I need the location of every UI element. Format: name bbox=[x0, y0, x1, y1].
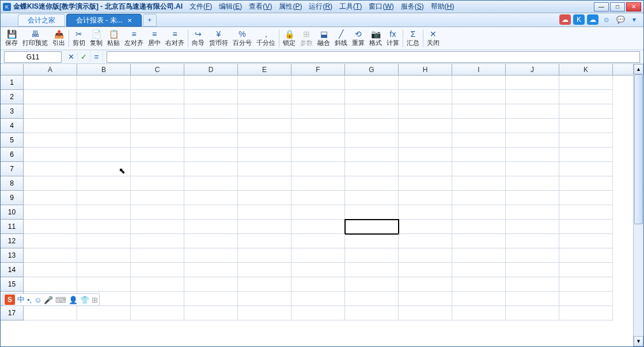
menu-p[interactable]: 属性(P) bbox=[275, 1, 305, 13]
minimize-button[interactable]: — bbox=[594, 2, 609, 12]
col-header-H[interactable]: H bbox=[399, 64, 452, 75]
cell-D8[interactable] bbox=[184, 176, 238, 191]
cell-G1[interactable] bbox=[345, 76, 399, 90]
ime-btn-7[interactable]: ⊞ bbox=[92, 296, 98, 304]
tab-home[interactable]: 会计之家 bbox=[18, 14, 65, 27]
cell-C6[interactable] bbox=[131, 148, 184, 162]
cell-A17[interactable] bbox=[24, 306, 77, 320]
new-tab-button[interactable]: + bbox=[143, 14, 157, 27]
cell-H1[interactable] bbox=[399, 76, 452, 90]
cell-F9[interactable] bbox=[291, 191, 345, 205]
formula-cancel-button[interactable]: ✕ bbox=[65, 51, 78, 63]
cell-F15[interactable] bbox=[291, 277, 345, 292]
tb-paste[interactable]: 📋粘贴 bbox=[105, 27, 122, 50]
cell-F3[interactable] bbox=[291, 104, 345, 119]
cell-B4[interactable] bbox=[77, 119, 131, 133]
cell-C10[interactable] bbox=[131, 205, 184, 220]
tb-align-center[interactable]: ≡居中 bbox=[146, 27, 163, 50]
cell-F5[interactable] bbox=[291, 133, 345, 148]
cell-B9[interactable] bbox=[77, 191, 131, 205]
tb-copy[interactable]: 📄复制 bbox=[88, 27, 105, 50]
cell-G8[interactable] bbox=[345, 176, 399, 191]
menu-w[interactable]: 窗口(W) bbox=[365, 1, 397, 13]
cell-J14[interactable] bbox=[506, 263, 559, 277]
cell-J2[interactable] bbox=[506, 90, 559, 104]
cell-B3[interactable] bbox=[77, 104, 131, 119]
cell-E4[interactable] bbox=[238, 119, 291, 133]
ime-btn-4[interactable]: ⌨ bbox=[55, 296, 66, 304]
cell-K10[interactable] bbox=[559, 205, 613, 220]
cell-G13[interactable] bbox=[345, 248, 399, 263]
cell-D15[interactable] bbox=[184, 277, 238, 292]
tb-align-left[interactable]: ≡左对齐 bbox=[122, 27, 146, 50]
cell-H4[interactable] bbox=[399, 119, 452, 133]
cell-A9[interactable] bbox=[24, 191, 77, 205]
cell-K2[interactable] bbox=[559, 90, 613, 104]
row-header-3[interactable]: 3 bbox=[1, 104, 24, 119]
cell-I8[interactable] bbox=[452, 176, 506, 191]
cell-E16[interactable] bbox=[238, 292, 291, 306]
cell-J6[interactable] bbox=[506, 148, 559, 162]
ime-btn-0[interactable]: 中 bbox=[17, 295, 25, 305]
cell-I4[interactable] bbox=[452, 119, 506, 133]
cell-C7[interactable] bbox=[131, 162, 184, 176]
cell-D2[interactable] bbox=[184, 90, 238, 104]
cell-B6[interactable] bbox=[77, 148, 131, 162]
cell-C4[interactable] bbox=[131, 119, 184, 133]
cell-F16[interactable] bbox=[291, 292, 345, 306]
cell-J16[interactable] bbox=[506, 292, 559, 306]
cell-A4[interactable] bbox=[24, 119, 77, 133]
scroll-down-arrow[interactable]: ▼ bbox=[634, 336, 643, 346]
cell-C11[interactable] bbox=[131, 220, 184, 234]
menu-e[interactable]: 编辑(E) bbox=[215, 1, 245, 13]
cell-K16[interactable] bbox=[559, 292, 613, 306]
cell-G10[interactable] bbox=[345, 205, 399, 220]
cell-F6[interactable] bbox=[291, 148, 345, 162]
ime-btn-5[interactable]: 👤 bbox=[69, 296, 78, 304]
cell-K6[interactable] bbox=[559, 148, 613, 162]
cell-K8[interactable] bbox=[559, 176, 613, 191]
cell-B8[interactable] bbox=[77, 176, 131, 191]
cell-A8[interactable] bbox=[24, 176, 77, 191]
cell-I17[interactable] bbox=[452, 306, 506, 320]
ime-btn-6[interactable]: 👕 bbox=[80, 296, 89, 304]
cell-J3[interactable] bbox=[506, 104, 559, 119]
row-header-10[interactable]: 10 bbox=[1, 205, 24, 220]
cell-C14[interactable] bbox=[131, 263, 184, 277]
cell-E17[interactable] bbox=[238, 306, 291, 320]
row-header-17[interactable]: 17 bbox=[1, 306, 24, 320]
row-header-15[interactable]: 15 bbox=[1, 277, 24, 292]
row-header-11[interactable]: 11 bbox=[1, 220, 24, 234]
cell-G4[interactable] bbox=[345, 119, 399, 133]
cell-K9[interactable] bbox=[559, 191, 613, 205]
cell-A15[interactable] bbox=[24, 277, 77, 292]
cell-E3[interactable] bbox=[238, 104, 291, 119]
cell-D1[interactable] bbox=[184, 76, 238, 90]
cell-I13[interactable] bbox=[452, 248, 506, 263]
cell-F17[interactable] bbox=[291, 306, 345, 320]
cell-B15[interactable] bbox=[77, 277, 131, 292]
cell-I6[interactable] bbox=[452, 148, 506, 162]
cell-I12[interactable] bbox=[452, 234, 506, 248]
cell-D7[interactable] bbox=[184, 162, 238, 176]
cell-D3[interactable] bbox=[184, 104, 238, 119]
cell-K3[interactable] bbox=[559, 104, 613, 119]
col-header-D[interactable]: D bbox=[184, 64, 238, 75]
col-header-F[interactable]: F bbox=[291, 64, 345, 75]
cell-G7[interactable] bbox=[345, 162, 399, 176]
cell-E7[interactable] bbox=[238, 162, 291, 176]
cell-A10[interactable] bbox=[24, 205, 77, 220]
cell-H16[interactable] bbox=[399, 292, 452, 306]
tb-percent[interactable]: %百分号 bbox=[230, 27, 254, 50]
tb-format[interactable]: 📷格式 bbox=[367, 27, 384, 50]
menu-r[interactable]: 运行(R) bbox=[305, 1, 336, 13]
row-header-6[interactable]: 6 bbox=[1, 148, 24, 162]
cell-G5[interactable] bbox=[345, 133, 399, 148]
window-close-button[interactable]: ✕ bbox=[626, 2, 641, 12]
menu-v[interactable]: 查看(V) bbox=[245, 1, 275, 13]
cell-C17[interactable] bbox=[131, 306, 184, 320]
cell-A13[interactable] bbox=[24, 248, 77, 263]
cell-D16[interactable] bbox=[184, 292, 238, 306]
cell-I2[interactable] bbox=[452, 90, 506, 104]
ime-btn-3[interactable]: 🎤 bbox=[44, 296, 53, 304]
